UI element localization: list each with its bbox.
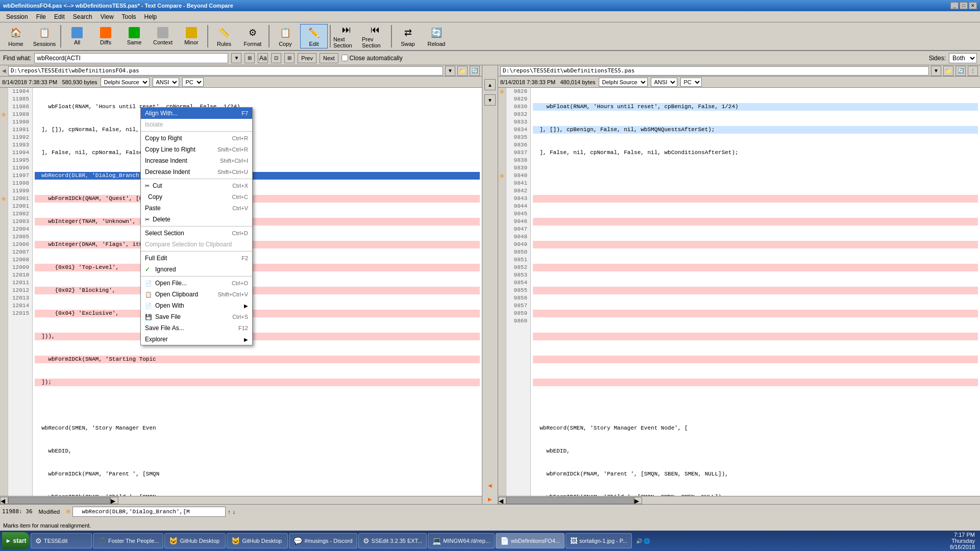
left-scroll-right[interactable]: ▶ (110, 497, 118, 504)
toolbar-rules-label: Rules (217, 41, 231, 47)
left-reload-file[interactable]: 🔄 (470, 66, 480, 76)
toolbar-minor-button[interactable]: Minor (178, 24, 205, 48)
menu-session[interactable]: Session (2, 12, 32, 21)
left-file-header: ◀ ▼ 📁 🔄 (0, 65, 482, 77)
toolbar-sessions-button[interactable]: 📋 Sessions (31, 24, 58, 48)
right-file-options[interactable]: ⋮ (968, 66, 978, 76)
left-scroll-thumb[interactable] (8, 497, 110, 504)
nav-down-arrow[interactable]: ▼ (484, 94, 496, 106)
right-scroll-left[interactable]: ◀ (498, 497, 506, 504)
toolbar-home-label: Home (8, 41, 23, 47)
menu-search[interactable]: Search (69, 12, 96, 21)
taskbar-wbdefs[interactable]: 📄 wbDefinitionsFO4... (496, 533, 565, 548)
next-button[interactable]: Next (320, 53, 338, 63)
left-lineend-select[interactable]: PC (182, 78, 204, 87)
right-scroll-right[interactable]: ▶ (634, 497, 642, 504)
menu-help[interactable]: Help (140, 12, 161, 21)
bottom-arrow[interactable]: ↑ (228, 509, 231, 515)
left-format-select[interactable]: Delphi Source (101, 78, 150, 87)
right-format-select[interactable]: Delphi Source (599, 78, 648, 87)
bottom-text-input[interactable] (72, 507, 226, 517)
right-goto-diff[interactable]: ▶ (486, 494, 494, 504)
taskbar-mingw[interactable]: 💻 MINGW64:/d/rep... (428, 533, 495, 548)
find-opt2-button[interactable]: Aa (258, 53, 268, 63)
prev-button[interactable]: Prev (298, 53, 316, 63)
taskbar-ssedit[interactable]: ⚙ SSEdit 3.2.35 EXT... (358, 533, 427, 548)
right-code-container[interactable]: ⊕ ⊕ 9828 9829 9830 (498, 88, 980, 496)
toolbar-prev-section-button[interactable]: ⏮ Prev Section (361, 24, 389, 48)
left-file-path[interactable] (8, 66, 443, 76)
ctx-align-with[interactable]: Align With... F7 (141, 108, 252, 119)
find-opt4-button[interactable]: ⊞ (284, 53, 295, 63)
bottom-arrow2[interactable]: ↓ (233, 509, 236, 515)
right-scroll-thumb[interactable] (506, 497, 634, 504)
close-button[interactable]: ✕ (969, 2, 977, 9)
right-lineend-select[interactable]: PC (680, 78, 702, 87)
right-encoding-select[interactable]: ANSI (651, 78, 677, 87)
find-opt3-button[interactable]: ⊡ (271, 53, 281, 63)
taskbar-github[interactable]: 🐱 GitHub Desktop (164, 533, 226, 548)
left-scrollbar-h[interactable]: ◀ ▶ (0, 496, 482, 504)
left-code-content[interactable]: wbFloat(RNAM, 'Hours until reset', cpNor… (33, 88, 482, 496)
right-scrollbar-h[interactable]: ◀ ▶ (498, 496, 980, 504)
toolbar-rules-button[interactable]: 📏 Rules (210, 24, 238, 48)
ctx-full-edit[interactable]: Full Edit F2 (141, 253, 252, 264)
ctx-copy[interactable]: Copy Ctrl+C (141, 191, 252, 203)
menu-view[interactable]: View (96, 12, 118, 21)
find-input[interactable] (34, 53, 228, 63)
left-encoding-select[interactable]: ANSI (153, 78, 179, 87)
ctx-ignored[interactable]: ✓ Ignored (141, 264, 252, 275)
ctx-increase-indent[interactable]: Increase Indent Shift+Ctrl+I (141, 155, 252, 166)
menu-tools[interactable]: Tools (118, 12, 140, 21)
ctx-select-section[interactable]: Select Section Ctrl+D (141, 228, 252, 239)
ctx-open-with[interactable]: 📄 Open With ▶ (141, 300, 252, 311)
start-button[interactable]: ► start (2, 532, 30, 549)
ctx-explorer[interactable]: Explorer ▶ (141, 334, 252, 345)
toolbar-format-button[interactable]: ⚙ Format (239, 24, 266, 48)
find-dropdown-button[interactable]: ▼ (231, 53, 241, 63)
toolbar-same-button[interactable]: Same (120, 24, 148, 48)
toolbar-context-button[interactable]: Context (149, 24, 177, 48)
sides-select[interactable]: Both Left Right (949, 53, 977, 63)
minimize-button[interactable]: _ (950, 2, 959, 9)
right-file-path[interactable] (500, 66, 929, 76)
left-goto-diff[interactable]: ◀ (486, 481, 494, 490)
toolbar-next-section-button[interactable]: ⏭ Next Section (333, 24, 360, 48)
ctx-copy-to-right[interactable]: Copy to Right Ctrl+R (141, 133, 252, 144)
left-scroll-left[interactable]: ◀ (0, 497, 8, 504)
taskbar-foster[interactable]: 🎵 Foster The People... (93, 533, 163, 548)
find-opt1-button[interactable]: ⊞ (244, 53, 255, 63)
ctx-save-file[interactable]: 💾 Save File Ctrl+S (141, 311, 252, 322)
right-code-content[interactable]: wbFloat(RNAM, 'Hours until reset', cpBen… (531, 88, 980, 496)
ctx-save-file-as[interactable]: Save File As... F12 (141, 322, 252, 334)
toolbar-copy-button[interactable]: 📋 Copy (272, 24, 299, 48)
maximize-button[interactable]: □ (960, 2, 968, 9)
taskbar-discord[interactable]: 💬 #musings - Discord (289, 533, 357, 548)
ctx-copy-line-to-right[interactable]: Copy Line to Right Shift+Ctrl+R (141, 144, 252, 155)
nav-up-arrow[interactable]: ▲ (484, 79, 496, 90)
ctx-open-file[interactable]: 📄 Open File... Ctrl+O (141, 278, 252, 289)
toolbar-swap-button[interactable]: ⇄ Swap (394, 24, 422, 48)
menu-file[interactable]: File (32, 12, 50, 21)
right-reload-file[interactable]: 🔄 (955, 66, 966, 76)
taskbar-github2[interactable]: 🐱 GitHub Desktop (227, 533, 288, 548)
left-file-dropdown[interactable]: ▼ (445, 66, 455, 76)
toolbar-edit-button[interactable]: ✏️ Edit (300, 24, 328, 48)
taskbar-tessedi[interactable]: ⚙ TES5Edit (31, 533, 92, 548)
toolbar-all-button[interactable]: All (63, 24, 91, 48)
left-open-folder[interactable]: 📁 (457, 66, 468, 76)
toolbar-home-button[interactable]: 🏠 Home (2, 24, 30, 48)
menu-edit[interactable]: Edit (50, 12, 69, 21)
right-open-folder[interactable]: 📁 (943, 66, 953, 76)
toolbar-diffs-button[interactable]: Diffs (92, 24, 119, 48)
close-auto-checkbox[interactable]: Close automatically (341, 55, 403, 62)
taskbar-sortalign[interactable]: 🖼 sortalign-1.jpg - P... (566, 533, 632, 548)
ctx-cut[interactable]: ✂ Cut Ctrl+X (141, 180, 252, 191)
ctx-decrease-indent[interactable]: Decrease Indent Shift+Ctrl+U (141, 166, 252, 178)
left-nav-back[interactable]: ◀ (2, 68, 6, 73)
ctx-delete[interactable]: ✂ Delete (141, 214, 252, 225)
ctx-paste[interactable]: Paste Ctrl+V (141, 203, 252, 214)
right-file-dropdown[interactable]: ▼ (931, 66, 941, 76)
toolbar-reload-button[interactable]: 🔄 Reload (423, 24, 450, 48)
ctx-open-clipboard[interactable]: 📋 Open Clipboard Shift+Ctrl+V (141, 289, 252, 300)
